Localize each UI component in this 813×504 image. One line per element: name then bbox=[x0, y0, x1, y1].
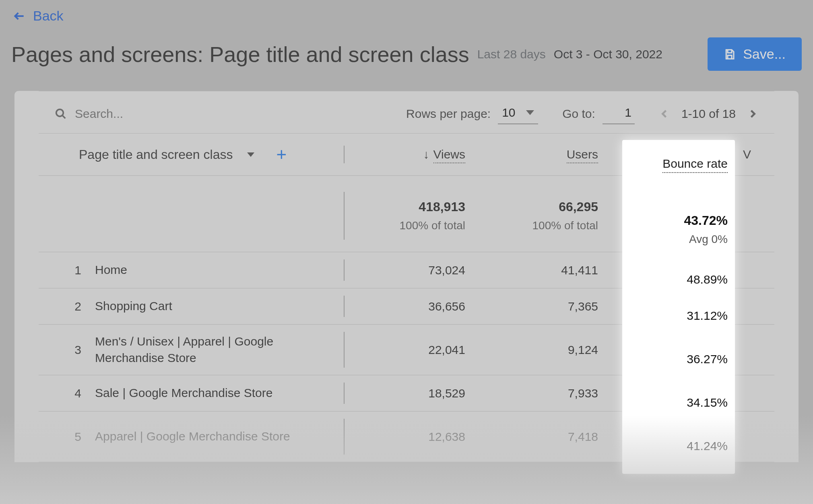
table-row[interactable]: 4 Sale | Google Merchandise Store 18,529… bbox=[39, 375, 774, 411]
column-header-views[interactable]: ↓Views bbox=[345, 148, 477, 161]
goto-input[interactable] bbox=[603, 103, 635, 124]
page-header: Pages and screens: Page title and screen… bbox=[11, 37, 802, 71]
period-range[interactable]: Oct 3 - Oct 30, 2022 bbox=[554, 47, 662, 61]
table-row[interactable]: 5 Apparel | Google Merchandise Store 12,… bbox=[39, 411, 774, 462]
page-title: Pages and screens: Page title and screen… bbox=[11, 42, 469, 67]
page-range-label: 1-10 of 18 bbox=[681, 107, 736, 121]
sort-descending-icon: ↓ bbox=[423, 148, 429, 161]
table-row[interactable]: 3 Men's / Unisex | Apparel | Google Merc… bbox=[39, 325, 774, 375]
goto-label: Go to: bbox=[562, 107, 595, 121]
search-input[interactable] bbox=[75, 107, 196, 121]
save-button[interactable]: Save... bbox=[708, 37, 802, 71]
table-summary-row: 418,913 100% of total 66,295 100% of tot… bbox=[39, 176, 774, 252]
save-label: Save... bbox=[743, 46, 786, 62]
summary-users: 66,295 100% of total bbox=[477, 200, 610, 232]
svg-point-0 bbox=[56, 109, 64, 117]
dimension-header[interactable]: Page title and screen class + bbox=[39, 146, 345, 163]
data-table: Page title and screen class + ↓Views Use… bbox=[39, 134, 774, 462]
prev-page-button[interactable] bbox=[659, 108, 670, 119]
period-label: Last 28 days bbox=[477, 47, 546, 61]
add-dimension-button[interactable]: + bbox=[276, 146, 287, 163]
rows-per-page-value: 10 bbox=[502, 106, 515, 119]
chevron-down-icon bbox=[247, 152, 254, 157]
pagination: 1-10 of 18 bbox=[659, 107, 758, 121]
table-toolbar: Rows per page: 10 Go to: 1-10 of 18 bbox=[39, 91, 774, 134]
save-icon bbox=[724, 48, 736, 60]
chevron-down-icon bbox=[526, 110, 534, 115]
summary-bounce: 43.72% Avg 0% bbox=[610, 200, 739, 232]
arrow-left-icon bbox=[13, 10, 26, 23]
next-page-button[interactable] bbox=[747, 108, 758, 119]
rows-per-page-label: Rows per page: bbox=[406, 107, 491, 121]
back-button[interactable]: Back bbox=[13, 8, 802, 24]
search-icon bbox=[55, 108, 67, 120]
column-header-partial: V bbox=[739, 148, 771, 161]
rows-per-page-select[interactable]: 10 bbox=[498, 103, 538, 124]
table-row[interactable]: 2 Shopping Cart 36,656 7,365 31.12% bbox=[39, 288, 774, 325]
table-header-row: Page title and screen class + ↓Views Use… bbox=[39, 134, 774, 176]
search-field[interactable] bbox=[55, 107, 196, 121]
report-card: Rows per page: 10 Go to: 1-10 of 18 Page… bbox=[14, 91, 799, 462]
summary-views: 418,913 100% of total bbox=[345, 200, 477, 232]
back-label: Back bbox=[33, 8, 64, 24]
table-row[interactable]: 1 Home 73,024 41,411 48.89% bbox=[39, 252, 774, 288]
column-header-bounce[interactable]: Bounce rate bbox=[610, 148, 739, 161]
column-header-users[interactable]: Users bbox=[477, 148, 610, 161]
